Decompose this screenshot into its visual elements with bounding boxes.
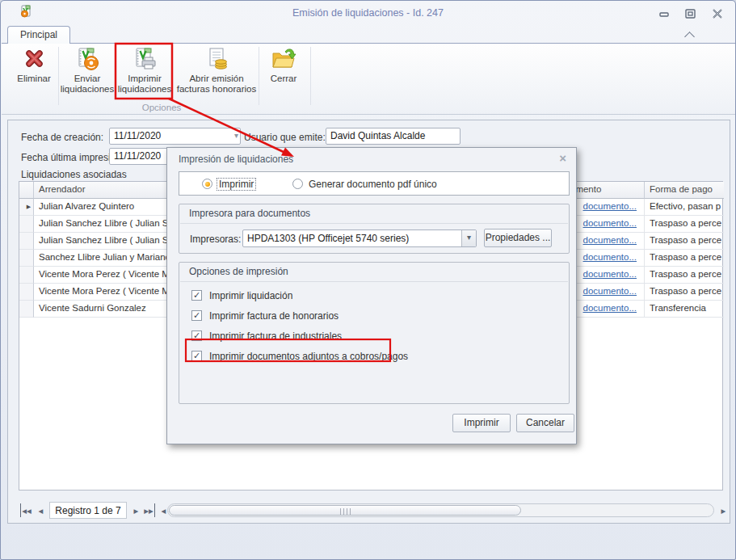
row-selector-cell [19,301,34,318]
chevron-up-icon [684,32,695,42]
close-button[interactable] [709,7,726,20]
cell-forma-pago: Traspaso a perce [645,216,724,233]
nav-last-button[interactable]: ▶▶ [143,503,155,517]
dialog-title: Impresión de liquidaciones [179,154,293,165]
printer-group-title: Impresora para documentos [189,208,310,219]
cell-forma-pago: Efectivo, pasan p [645,199,724,216]
combo-dropdown-icon[interactable]: ▾ [461,230,476,246]
cell-forma-pago: Traspaso a perce [645,267,724,284]
print-liquidations-icon [132,46,158,72]
documento-link[interactable]: documento... [583,252,637,262]
ribbon: Eliminar Enviar liquidaciones Imprimir l… [2,43,736,115]
check-icon: ✓ [193,290,200,300]
options-groupbox: Opciones de impresión ✓ Imprimir liquida… [179,262,570,404]
propiedades-button[interactable]: Propiedades ... [484,229,552,247]
cerrar-label: Cerrar [262,74,305,84]
minimize-icon [659,8,670,19]
record-count-label: Registro 1 de 7 [49,502,127,519]
nav-first-button[interactable]: ◀◀ [20,503,32,517]
radio-pdf[interactable] [292,179,303,189]
cell-forma-pago: Traspaso a perce [645,233,724,250]
fecha-ultima-value: 11/11/2020 [114,150,161,162]
ribbon-separator [310,47,311,105]
close-folder-icon [271,46,297,72]
dropdown-arrow-icon[interactable]: ▾ [234,131,238,140]
checkbox-label[interactable]: Imprimir factura de honorarios [209,310,339,322]
delete-icon [21,46,47,72]
printer-combobox[interactable]: HPDA1303 (HP Officejet 5740 series) ▾ [242,229,477,247]
check-icon: ✓ [193,331,200,340]
fecha-creacion-field[interactable]: 11/11/2020 ▾ [109,128,241,145]
horizontal-scrollbar[interactable] [167,503,714,517]
usuario-emite-value: David Quintas Alcalde [330,130,425,141]
checkbox-label[interactable]: Imprimir factura de industriales [209,331,342,342]
printer-groupbox: Impresora para documentos Impresoras: HP… [179,204,570,254]
checkbox-factura-industriales[interactable]: ✓ [191,331,202,341]
documento-link[interactable]: documento... [583,286,637,296]
check-icon: ✓ [193,310,200,320]
dialog-cancelar-button[interactable]: Cancelar [516,414,574,432]
nav-prev-button[interactable]: ◀ [35,503,47,517]
dialog-close-icon[interactable]: × [559,151,566,165]
row-selector-cell [19,233,34,250]
radio-pdf-label[interactable]: Generar documento pdf único [309,179,437,190]
maximize-button[interactable] [682,7,700,20]
printer-value: HPDA1303 (HP Officejet 5740 series) [247,233,409,244]
scrollbar-grip [340,508,351,515]
checkbox-factura-honorarios[interactable]: ✓ [191,310,202,321]
dialog-imprimir-button[interactable]: Imprimir [452,414,511,432]
abrir-emision-button[interactable]: Abrir emisión facturas honorarios [176,45,257,99]
eliminar-label: Eliminar [11,74,57,84]
header-forma-pago[interactable]: Forma de pago [645,182,724,199]
documento-link[interactable]: documento... [583,218,637,228]
imprimir-liquidaciones-button[interactable]: Imprimir liquidaciones [116,45,173,99]
fecha-creacion-value: 11/11/2020 [114,130,161,141]
radio-imprimir[interactable] [202,179,212,189]
print-mode-box: Imprimir Generar documento pdf único [179,171,570,196]
checkbox-label[interactable]: Imprimir documentos adjuntos a cobros/pa… [209,351,408,362]
fecha-creacion-label: Fecha de creación: [21,132,103,143]
liquidaciones-asociadas-label: Liquidaciones asociadas [21,169,127,180]
ribbon-separator [58,47,59,105]
documento-link[interactable]: documento... [583,303,637,313]
scrollbar-thumb[interactable] [169,505,521,516]
eliminar-button[interactable]: Eliminar [11,45,57,99]
header-selector [19,182,34,199]
usuario-emite-field[interactable]: David Quintas Alcalde [326,128,461,145]
checkbox-documentos-adjuntos[interactable]: ✓ [191,351,202,361]
window-title: Emisión de liquidaciones - Id. 247 [1,7,735,19]
nav-next-button[interactable]: ▶ [130,503,142,517]
cerrar-button[interactable]: Cerrar [262,45,305,99]
cell-forma-pago: Transferencia [645,301,724,318]
row-selector-cell [19,250,34,267]
row-selector-cell [19,284,34,301]
enviar-liquidaciones-button[interactable]: Enviar liquidaciones [60,45,115,99]
row-pointer-icon: ▶ [27,204,31,209]
enviar-label: Enviar liquidaciones [60,74,115,95]
documento-link[interactable]: documento... [583,269,637,279]
row-selector-cell [19,216,34,233]
scroll-right-button[interactable]: ▶ [717,503,730,517]
row-selector-cell [19,267,34,284]
row-selector-cell: ▶ [19,199,34,216]
radio-imprimir-label[interactable]: Imprimir [217,179,255,190]
options-group-title: Opciones de impresión [189,266,288,277]
documento-link[interactable]: documento... [583,201,637,211]
group-divider [180,223,568,224]
cell-forma-pago: Traspaso a perce [645,284,724,301]
usuario-emite-label: Usuario que emite: [244,132,326,143]
collapse-ribbon-button[interactable] [686,33,693,40]
send-liquidations-icon [74,46,100,72]
minimize-button[interactable] [655,7,673,20]
checkbox-imprimir-liquidacion[interactable]: ✓ [191,290,202,301]
ribbon-group-label: Opciones [11,103,312,112]
cell-forma-pago: Traspaso a perce [645,250,724,267]
check-icon: ✓ [193,351,200,360]
checkbox-label[interactable]: Imprimir liquidación [209,290,292,301]
invoice-coins-icon [204,46,229,72]
documento-link[interactable]: documento... [583,235,637,245]
tab-principal[interactable]: Principal [7,26,70,44]
impresoras-label: Impresoras: [190,234,241,245]
abrir-label: Abrir emisión facturas honorarios [176,74,257,95]
record-navigator: ◀◀ ◀ Registro 1 de 7 ▶ ▶▶ ◀ ▶ [19,502,723,520]
